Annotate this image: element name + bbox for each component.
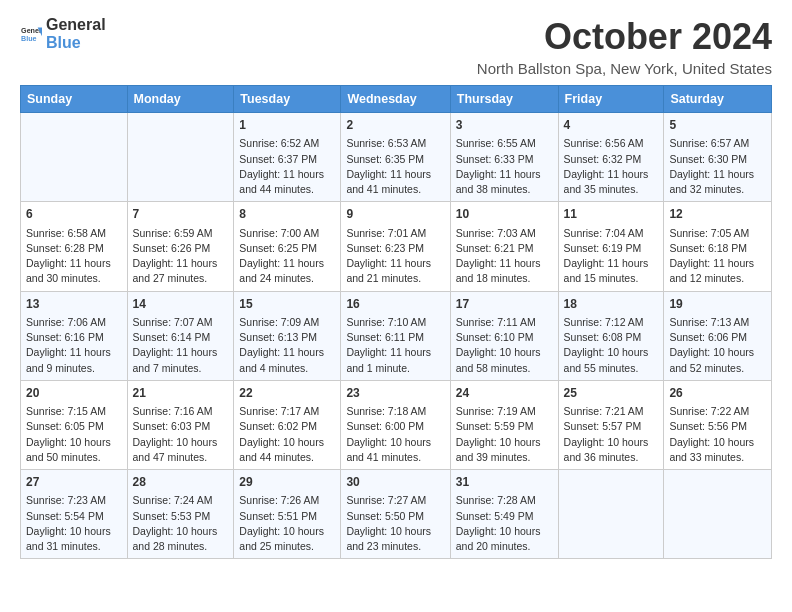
- daylight-text: Daylight: 10 hours and 55 minutes.: [564, 345, 659, 375]
- sunset-text: Sunset: 6:18 PM: [669, 241, 766, 256]
- sunrise-text: Sunrise: 6:58 AM: [26, 226, 122, 241]
- day-info: Sunrise: 7:11 AMSunset: 6:10 PMDaylight:…: [456, 315, 553, 376]
- day-number: 15: [239, 296, 335, 313]
- day-info: Sunrise: 6:58 AMSunset: 6:28 PMDaylight:…: [26, 226, 122, 287]
- day-number: 12: [669, 206, 766, 223]
- table-row: 22Sunrise: 7:17 AMSunset: 6:02 PMDayligh…: [234, 380, 341, 469]
- sunrise-text: Sunrise: 7:07 AM: [133, 315, 229, 330]
- table-row: [664, 470, 772, 559]
- day-info: Sunrise: 7:26 AMSunset: 5:51 PMDaylight:…: [239, 493, 335, 554]
- day-info: Sunrise: 7:16 AMSunset: 6:03 PMDaylight:…: [133, 404, 229, 465]
- sunset-text: Sunset: 6:08 PM: [564, 330, 659, 345]
- table-row: 8Sunrise: 7:00 AMSunset: 6:25 PMDaylight…: [234, 202, 341, 291]
- table-row: [21, 113, 128, 202]
- sunset-text: Sunset: 6:03 PM: [133, 419, 229, 434]
- daylight-text: Daylight: 11 hours and 41 minutes.: [346, 167, 444, 197]
- sunset-text: Sunset: 6:37 PM: [239, 152, 335, 167]
- day-info: Sunrise: 7:28 AMSunset: 5:49 PMDaylight:…: [456, 493, 553, 554]
- title-area: October 2024 North Ballston Spa, New Yor…: [477, 16, 772, 77]
- day-info: Sunrise: 7:07 AMSunset: 6:14 PMDaylight:…: [133, 315, 229, 376]
- daylight-text: Daylight: 11 hours and 4 minutes.: [239, 345, 335, 375]
- sunrise-text: Sunrise: 7:03 AM: [456, 226, 553, 241]
- logo-icon: General Blue: [20, 23, 42, 45]
- day-number: 25: [564, 385, 659, 402]
- sunset-text: Sunset: 6:35 PM: [346, 152, 444, 167]
- day-number: 29: [239, 474, 335, 491]
- table-row: 14Sunrise: 7:07 AMSunset: 6:14 PMDayligh…: [127, 291, 234, 380]
- table-row: 21Sunrise: 7:16 AMSunset: 6:03 PMDayligh…: [127, 380, 234, 469]
- header-monday: Monday: [127, 86, 234, 113]
- sunrise-text: Sunrise: 6:56 AM: [564, 136, 659, 151]
- table-row: 4Sunrise: 6:56 AMSunset: 6:32 PMDaylight…: [558, 113, 664, 202]
- daylight-text: Daylight: 10 hours and 58 minutes.: [456, 345, 553, 375]
- daylight-text: Daylight: 11 hours and 9 minutes.: [26, 345, 122, 375]
- sunset-text: Sunset: 6:19 PM: [564, 241, 659, 256]
- table-row: 12Sunrise: 7:05 AMSunset: 6:18 PMDayligh…: [664, 202, 772, 291]
- month-title: October 2024: [477, 16, 772, 58]
- sunrise-text: Sunrise: 7:24 AM: [133, 493, 229, 508]
- day-number: 8: [239, 206, 335, 223]
- day-number: 21: [133, 385, 229, 402]
- day-info: Sunrise: 7:22 AMSunset: 5:56 PMDaylight:…: [669, 404, 766, 465]
- day-number: 16: [346, 296, 444, 313]
- day-number: 11: [564, 206, 659, 223]
- daylight-text: Daylight: 11 hours and 21 minutes.: [346, 256, 444, 286]
- day-number: 13: [26, 296, 122, 313]
- sunrise-text: Sunrise: 7:21 AM: [564, 404, 659, 419]
- day-info: Sunrise: 7:18 AMSunset: 6:00 PMDaylight:…: [346, 404, 444, 465]
- sunset-text: Sunset: 5:49 PM: [456, 509, 553, 524]
- sunrise-text: Sunrise: 7:00 AM: [239, 226, 335, 241]
- table-row: 2Sunrise: 6:53 AMSunset: 6:35 PMDaylight…: [341, 113, 450, 202]
- daylight-text: Daylight: 10 hours and 25 minutes.: [239, 524, 335, 554]
- sunrise-text: Sunrise: 7:09 AM: [239, 315, 335, 330]
- sunset-text: Sunset: 6:11 PM: [346, 330, 444, 345]
- sunset-text: Sunset: 6:26 PM: [133, 241, 229, 256]
- daylight-text: Daylight: 11 hours and 15 minutes.: [564, 256, 659, 286]
- daylight-text: Daylight: 11 hours and 38 minutes.: [456, 167, 553, 197]
- table-row: 20Sunrise: 7:15 AMSunset: 6:05 PMDayligh…: [21, 380, 128, 469]
- calendar-table: Sunday Monday Tuesday Wednesday Thursday…: [20, 85, 772, 559]
- day-info: Sunrise: 7:00 AMSunset: 6:25 PMDaylight:…: [239, 226, 335, 287]
- day-number: 1: [239, 117, 335, 134]
- day-number: 14: [133, 296, 229, 313]
- table-row: 13Sunrise: 7:06 AMSunset: 6:16 PMDayligh…: [21, 291, 128, 380]
- logo-blue-text: Blue: [46, 34, 106, 52]
- table-row: 31Sunrise: 7:28 AMSunset: 5:49 PMDayligh…: [450, 470, 558, 559]
- day-number: 23: [346, 385, 444, 402]
- week-row-5: 27Sunrise: 7:23 AMSunset: 5:54 PMDayligh…: [21, 470, 772, 559]
- sunrise-text: Sunrise: 7:10 AM: [346, 315, 444, 330]
- sunrise-text: Sunrise: 7:17 AM: [239, 404, 335, 419]
- sunrise-text: Sunrise: 7:15 AM: [26, 404, 122, 419]
- table-row: 3Sunrise: 6:55 AMSunset: 6:33 PMDaylight…: [450, 113, 558, 202]
- day-info: Sunrise: 7:13 AMSunset: 6:06 PMDaylight:…: [669, 315, 766, 376]
- table-row: 28Sunrise: 7:24 AMSunset: 5:53 PMDayligh…: [127, 470, 234, 559]
- day-number: 17: [456, 296, 553, 313]
- sunset-text: Sunset: 6:25 PM: [239, 241, 335, 256]
- day-info: Sunrise: 6:53 AMSunset: 6:35 PMDaylight:…: [346, 136, 444, 197]
- sunrise-text: Sunrise: 7:16 AM: [133, 404, 229, 419]
- table-row: 30Sunrise: 7:27 AMSunset: 5:50 PMDayligh…: [341, 470, 450, 559]
- day-number: 19: [669, 296, 766, 313]
- sunrise-text: Sunrise: 6:57 AM: [669, 136, 766, 151]
- day-number: 18: [564, 296, 659, 313]
- daylight-text: Daylight: 10 hours and 39 minutes.: [456, 435, 553, 465]
- day-info: Sunrise: 7:04 AMSunset: 6:19 PMDaylight:…: [564, 226, 659, 287]
- sunrise-text: Sunrise: 7:05 AM: [669, 226, 766, 241]
- sunset-text: Sunset: 6:16 PM: [26, 330, 122, 345]
- header-thursday: Thursday: [450, 86, 558, 113]
- sunrise-text: Sunrise: 7:19 AM: [456, 404, 553, 419]
- sunrise-text: Sunrise: 6:52 AM: [239, 136, 335, 151]
- sunset-text: Sunset: 6:33 PM: [456, 152, 553, 167]
- header-saturday: Saturday: [664, 86, 772, 113]
- header-sunday: Sunday: [21, 86, 128, 113]
- table-row: [127, 113, 234, 202]
- daylight-text: Daylight: 10 hours and 31 minutes.: [26, 524, 122, 554]
- sunset-text: Sunset: 5:53 PM: [133, 509, 229, 524]
- calendar-header-row: Sunday Monday Tuesday Wednesday Thursday…: [21, 86, 772, 113]
- table-row: [558, 470, 664, 559]
- sunrise-text: Sunrise: 6:59 AM: [133, 226, 229, 241]
- table-row: 15Sunrise: 7:09 AMSunset: 6:13 PMDayligh…: [234, 291, 341, 380]
- table-row: 27Sunrise: 7:23 AMSunset: 5:54 PMDayligh…: [21, 470, 128, 559]
- week-row-3: 13Sunrise: 7:06 AMSunset: 6:16 PMDayligh…: [21, 291, 772, 380]
- table-row: 1Sunrise: 6:52 AMSunset: 6:37 PMDaylight…: [234, 113, 341, 202]
